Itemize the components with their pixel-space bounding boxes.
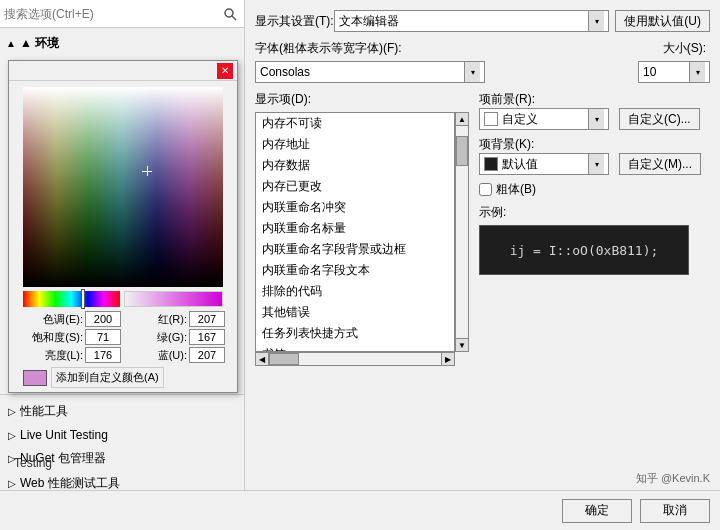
blue-input-row: 蓝(U): — [127, 347, 225, 363]
green-input[interactable] — [189, 329, 225, 345]
hscroll-container: ◀ ▶ — [255, 352, 455, 366]
search-bar[interactable] — [0, 0, 244, 28]
brightness-label: 亮度(L): — [23, 348, 83, 363]
display-settings-row: 显示其设置(T): 文本编辑器 ▾ 使用默认值(U) — [255, 10, 710, 32]
color-picker-close-button[interactable]: ✕ — [217, 63, 233, 79]
bottom-bar: 确定 取消 — [0, 490, 720, 530]
list-item[interactable]: 内存数据 — [256, 155, 454, 176]
hue-slider — [81, 289, 85, 309]
blue-label: 蓝(U): — [127, 348, 187, 363]
scroll-thumb[interactable] — [456, 136, 468, 166]
cancel-button[interactable]: 取消 — [640, 499, 710, 523]
brightness-input-row: 亮度(L): — [23, 347, 121, 363]
bold-checkbox[interactable] — [479, 183, 492, 196]
tree-header-environment[interactable]: ▲ ▲ 环境 — [0, 32, 244, 55]
font-select-row: Consolas ▾ 10 ▾ — [255, 61, 710, 83]
list-item[interactable]: 任务列表快捷方式 — [256, 323, 454, 344]
display-value: 文本编辑器 — [339, 13, 589, 30]
font-label: 字体(粗体表示等宽字体)(F): — [255, 40, 402, 57]
hscroll-thumb[interactable] — [269, 353, 299, 365]
hue-bar[interactable] — [23, 291, 120, 307]
color-gradient-picker[interactable] — [23, 87, 223, 287]
background-row: 默认值 ▾ 自定义(M)... — [479, 153, 701, 175]
watermark: 知乎 @Kevin.K — [636, 471, 710, 486]
tree-arrow-icon: ▲ — [6, 38, 16, 49]
bg-combo-value: 默认值 — [502, 156, 588, 173]
list-item[interactable]: 内联重命名标量 — [256, 218, 454, 239]
search-icon[interactable] — [220, 4, 240, 24]
list-item[interactable]: 内存地址 — [256, 134, 454, 155]
list-item[interactable]: 书签 — [256, 344, 454, 352]
list-item[interactable]: 内联重命名字段文本 — [256, 260, 454, 281]
foreground-row: 自定义 ▾ 自定义(C)... — [479, 108, 701, 130]
scroll-up-button[interactable]: ▲ — [455, 112, 469, 126]
list-item[interactable]: 内联重命名冲突 — [256, 197, 454, 218]
blue-input[interactable] — [189, 347, 225, 363]
preview-box: ij = I::oO(0xB811); — [479, 225, 689, 275]
crosshair-icon — [142, 166, 152, 176]
saturation-label: 饱和度(S): — [23, 330, 83, 345]
search-input[interactable] — [4, 7, 220, 21]
custom-fg-button[interactable]: 自定义(C)... — [619, 108, 700, 130]
fg-bg-col: 项前景(R): 自定义 ▾ 自定义(C)... 项背景(K): 默认值 — [479, 91, 701, 366]
use-default-button[interactable]: 使用默认值(U) — [615, 10, 710, 32]
hue-label: 色调(E): — [23, 312, 83, 327]
hscroll-left-button[interactable]: ◀ — [255, 352, 269, 366]
size-combobox[interactable]: 10 ▾ — [638, 61, 710, 83]
color-picker-titlebar: ✕ — [9, 61, 237, 81]
bold-label: 粗体(B) — [496, 181, 536, 198]
display-settings-label: 显示其设置(T): — [255, 13, 334, 30]
bg-combo-arrow-icon: ▾ — [588, 154, 604, 174]
items-listbox[interactable]: 内存不可读内存地址内存数据内存已更改内联重命名冲突内联重命名标量内联重命名字段背… — [255, 112, 455, 352]
font-combobox[interactable]: Consolas ▾ — [255, 61, 485, 83]
list-item[interactable]: 内联重命名字段背景或边框 — [256, 239, 454, 260]
bold-row: 粗体(B) — [479, 181, 701, 198]
alpha-bar[interactable] — [124, 291, 223, 307]
example-label: 示例: — [479, 205, 506, 219]
ok-button[interactable]: 确定 — [562, 499, 632, 523]
fg-combo-arrow-icon: ▾ — [588, 109, 604, 129]
red-input-row: 红(R): — [127, 311, 225, 327]
hscroll-track — [269, 352, 441, 366]
background-combobox[interactable]: 默认值 ▾ — [479, 153, 609, 175]
sidebar-item-label: Live Unit Testing — [20, 428, 108, 442]
foreground-combobox[interactable]: 自定义 ▾ — [479, 108, 609, 130]
hscroll-right-button[interactable]: ▶ — [441, 352, 455, 366]
gradient-black — [23, 87, 223, 287]
list-item[interactable]: 排除的代码 — [256, 281, 454, 302]
custom-bg-button[interactable]: 自定义(M)... — [619, 153, 701, 175]
sidebar-item-performance[interactable]: ▷ 性能工具 — [0, 399, 245, 424]
hue-bar-container — [23, 291, 223, 307]
color-swatch-row: 添加到自定义颜色(A) — [23, 367, 223, 388]
foreground-label: 项前景(R): — [479, 92, 535, 106]
left-bottom-items: ▷ 性能工具 ▷ Live Unit Testing ▷ NuGet 包管理器 … — [0, 394, 245, 500]
tree-header-label: ▲ 环境 — [20, 35, 59, 52]
hue-input[interactable] — [85, 311, 121, 327]
red-input[interactable] — [189, 311, 225, 327]
font-combo-arrow-icon: ▾ — [464, 62, 480, 82]
green-input-row: 绿(G): — [127, 329, 225, 345]
color-picker-dialog: ✕ 色调(E): 红(R): 饱和度(S): 绿(G): 亮度(L) — [8, 60, 238, 393]
add-custom-color-button[interactable]: 添加到自定义颜色(A) — [51, 367, 164, 388]
expand-arrow-icon: ▷ — [8, 430, 16, 441]
example-section: 示例: ij = I::oO(0xB811); — [479, 204, 701, 275]
right-panel: 显示其设置(T): 文本编辑器 ▾ 使用默认值(U) 字体(粗体表示等宽字体)(… — [245, 0, 720, 490]
brightness-input[interactable] — [85, 347, 121, 363]
color-inputs: 色调(E): 红(R): 饱和度(S): 绿(G): 亮度(L): 蓝(U): — [23, 311, 223, 363]
list-scroll-container: 内存不可读内存地址内存数据内存已更改内联重命名冲突内联重命名标量内联重命名字段背… — [255, 112, 469, 352]
svg-line-1 — [232, 16, 236, 20]
display-combobox[interactable]: 文本编辑器 ▾ — [334, 10, 610, 32]
font-row: 字体(粗体表示等宽字体)(F): 大小(S): — [255, 40, 710, 57]
list-item[interactable]: 其他错误 — [256, 302, 454, 323]
font-value: Consolas — [260, 65, 464, 79]
saturation-input[interactable] — [85, 329, 121, 345]
scroll-down-button[interactable]: ▼ — [455, 338, 469, 352]
sidebar-item-liveunit[interactable]: ▷ Live Unit Testing — [0, 424, 245, 446]
bg-color-swatch — [484, 157, 498, 171]
sidebar-item-label: 性能工具 — [20, 403, 68, 420]
list-item[interactable]: 内存已更改 — [256, 176, 454, 197]
items-label: 显示项(D): — [255, 91, 469, 108]
scroll-track — [455, 126, 469, 338]
tree-section: ▲ ▲ 环境 — [0, 28, 244, 59]
list-item[interactable]: 内存不可读 — [256, 113, 454, 134]
